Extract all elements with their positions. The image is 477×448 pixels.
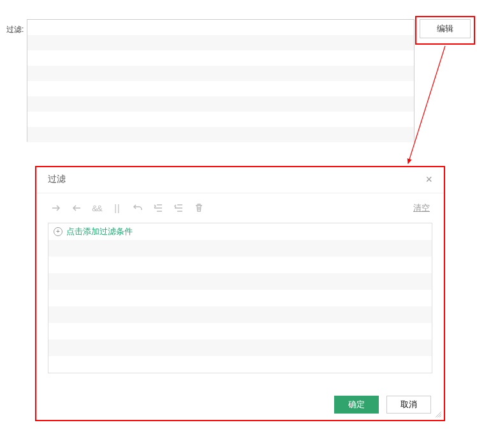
parallel-icon[interactable]: ||: [112, 202, 123, 214]
list-item: [27, 127, 414, 142]
outdent-icon[interactable]: [173, 202, 184, 214]
undo-icon[interactable]: [132, 202, 143, 214]
list-item: [27, 20, 414, 35]
list-item: [48, 340, 432, 356]
list-item: [48, 257, 432, 273]
clear-button[interactable]: 清空: [413, 202, 430, 214]
list-item: [48, 306, 432, 323]
list-item: [27, 66, 414, 81]
filter-list[interactable]: [27, 19, 415, 142]
add-condition-text[interactable]: 点击添加过滤条件: [66, 226, 133, 237]
dialog-toolbar: && || 清空: [36, 193, 444, 220]
arrow-left-icon[interactable]: [71, 202, 82, 214]
edit-button[interactable]: 编辑: [420, 19, 471, 38]
list-item: [27, 50, 414, 66]
list-item: [48, 323, 432, 340]
arrow-right-icon[interactable]: [50, 202, 62, 214]
dialog-header: 过滤 ×: [36, 167, 444, 193]
list-item: [48, 240, 432, 257]
plus-circle-icon[interactable]: +: [54, 227, 62, 236]
confirm-button[interactable]: 确定: [334, 396, 379, 414]
indent-icon[interactable]: [152, 202, 164, 214]
close-icon[interactable]: ×: [425, 174, 432, 185]
add-condition-row[interactable]: + 点击添加过滤条件: [48, 223, 432, 240]
list-item: [27, 112, 414, 127]
condition-list[interactable]: + 点击添加过滤条件: [48, 223, 432, 373]
list-item: [48, 290, 432, 306]
list-item: [27, 35, 414, 50]
list-item: [27, 96, 414, 112]
filter-label: 过滤:: [6, 19, 27, 35]
delete-icon[interactable]: [193, 202, 205, 214]
list-item: [27, 81, 414, 96]
dialog-footer: 确定 取消: [36, 384, 444, 420]
list-item: [48, 273, 432, 290]
cancel-button[interactable]: 取消: [386, 396, 431, 414]
filter-dialog: 过滤 × && || 清空: [36, 167, 444, 420]
and-icon[interactable]: &&: [91, 202, 103, 214]
dialog-title: 过滤: [48, 174, 66, 185]
list-item: [48, 356, 432, 373]
resize-handle-icon[interactable]: [434, 410, 442, 418]
